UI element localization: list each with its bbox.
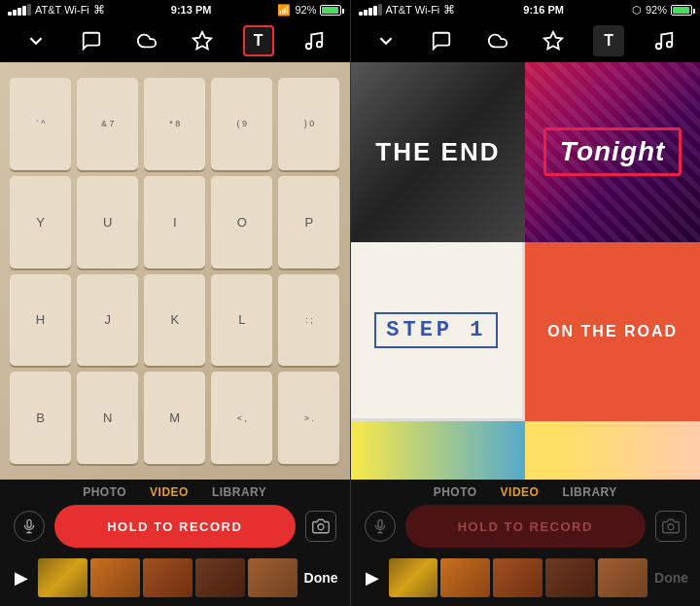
- right-star-icon[interactable]: [538, 25, 569, 56]
- left-tab-video[interactable]: VIDEO: [150, 485, 189, 499]
- left-carrier: AT&T Wi-Fi: [35, 4, 89, 16]
- right-tabs: PHOTO VIDEO LIBRARY: [351, 485, 701, 499]
- right-controls: PHOTO VIDEO LIBRARY HOLD TO RECORD: [351, 480, 701, 606]
- left-wifi-icon: ⌘: [93, 3, 105, 17]
- left-battery-pct: 92%: [295, 4, 316, 16]
- left-battery-bar: [320, 5, 341, 16]
- right-time: 9:16 PM: [523, 4, 564, 16]
- template-road-text: ON THE ROAD: [547, 321, 678, 342]
- right-camera-flip-button[interactable]: [655, 511, 686, 542]
- right-tab-library[interactable]: LIBRARY: [562, 485, 616, 499]
- key-o: O: [211, 176, 272, 268]
- left-thumb-1[interactable]: [38, 558, 88, 597]
- svg-marker-7: [544, 32, 562, 49]
- key-b: B: [10, 372, 71, 464]
- key-m: M: [144, 372, 205, 464]
- svg-rect-3: [27, 519, 31, 527]
- svg-point-2: [317, 42, 323, 47]
- left-status-right: 📶 92%: [277, 4, 341, 17]
- left-chat-icon[interactable]: [76, 25, 107, 56]
- svg-point-13: [668, 524, 674, 530]
- left-time: 9:13 PM: [171, 4, 212, 16]
- key-j: J: [77, 274, 138, 367]
- left-tab-library[interactable]: LIBRARY: [212, 485, 266, 499]
- key-p: P: [278, 176, 339, 268]
- right-wifi-icon: ⌘: [443, 3, 455, 17]
- key-0: ) 0: [278, 78, 339, 170]
- left-mic-button[interactable]: [14, 511, 45, 542]
- template-on-the-road[interactable]: ON THE ROAD: [525, 242, 700, 422]
- right-battery-bar: [671, 5, 692, 16]
- right-panel: AT&T Wi-Fi ⌘ 9:16 PM ⬡ 92% T: [351, 0, 701, 606]
- keyboard-background: ` ^ & 7 * 8 ( 9 ) 0 Y U I O P H J K L : …: [0, 62, 350, 480]
- templates-grid: THE END Tonight STEP 1 ON THE ROAD: [351, 62, 701, 480]
- template-step1-text: STEP 1: [374, 312, 498, 348]
- key-period: > .: [278, 372, 339, 464]
- right-play-button[interactable]: ▶: [359, 564, 386, 591]
- right-music-icon[interactable]: [648, 25, 680, 56]
- right-thumb-2[interactable]: [440, 558, 490, 597]
- template-tonight[interactable]: Tonight: [525, 62, 700, 242]
- left-signal: [8, 4, 31, 16]
- left-thumb-5[interactable]: [248, 558, 298, 597]
- svg-point-8: [656, 44, 662, 50]
- left-chevron-down-icon[interactable]: [20, 25, 52, 56]
- key-semicolon: : ;: [278, 274, 339, 367]
- left-controls: PHOTO VIDEO LIBRARY HOLD TO RECORD: [0, 480, 350, 606]
- left-thumb-4[interactable]: [195, 558, 245, 597]
- template-the-end-text: THE END: [375, 137, 500, 167]
- left-thumb-3[interactable]: [143, 558, 192, 597]
- right-chat-icon[interactable]: [426, 25, 457, 56]
- left-music-icon[interactable]: [298, 25, 330, 56]
- left-bluetooth-icon: 📶: [277, 4, 291, 17]
- template-step1[interactable]: STEP 1: [351, 242, 526, 422]
- left-done-button[interactable]: Done: [300, 570, 342, 586]
- left-tabs: PHOTO VIDEO LIBRARY: [0, 485, 350, 499]
- left-text-icon[interactable]: T: [243, 25, 274, 56]
- right-status-left: AT&T Wi-Fi ⌘: [359, 3, 456, 17]
- right-mic-button[interactable]: [365, 511, 396, 542]
- right-templates-view: THE END Tonight STEP 1 ON THE ROAD: [351, 62, 701, 480]
- right-tab-photo[interactable]: PHOTO: [434, 485, 477, 499]
- template-preview-a[interactable]: [351, 421, 526, 480]
- key-8: * 8: [144, 78, 205, 170]
- right-thumb-4[interactable]: [545, 558, 595, 597]
- left-record-button[interactable]: HOLD TO RECORD: [54, 505, 296, 548]
- right-text-icon[interactable]: T: [593, 25, 624, 56]
- right-toolbar: T: [351, 19, 701, 62]
- right-filmstrip: ▶ Done: [351, 553, 701, 602]
- left-status-bar: AT&T Wi-Fi ⌘ 9:13 PM 📶 92%: [0, 0, 350, 19]
- right-chevron-down-icon[interactable]: [370, 25, 402, 56]
- left-record-row: HOLD TO RECORD: [0, 505, 350, 548]
- right-carrier: AT&T Wi-Fi: [386, 4, 440, 16]
- svg-rect-10: [378, 519, 382, 527]
- key-comma: < ,: [211, 372, 272, 464]
- template-preview-b[interactable]: [525, 421, 700, 480]
- key-y: Y: [10, 176, 71, 268]
- right-record-button[interactable]: HOLD TO RECORD: [405, 505, 647, 548]
- key-9: ( 9: [211, 78, 272, 170]
- left-tab-photo[interactable]: PHOTO: [83, 485, 126, 499]
- right-tab-video[interactable]: VIDEO: [501, 485, 540, 499]
- right-battery-pct: 92%: [646, 4, 667, 16]
- right-thumb-3[interactable]: [493, 558, 542, 597]
- left-filmstrip: ▶ Done: [0, 553, 350, 602]
- left-camera-flip-button[interactable]: [305, 511, 336, 542]
- right-done-button[interactable]: Done: [650, 570, 692, 586]
- right-thumb-1[interactable]: [389, 558, 438, 597]
- template-preview-row: [351, 421, 701, 480]
- left-thumb-2[interactable]: [90, 558, 140, 597]
- key-h: H: [10, 274, 71, 367]
- right-cloud-icon[interactable]: [482, 25, 513, 56]
- left-panel: AT&T Wi-Fi ⌘ 9:13 PM 📶 92% T: [0, 0, 350, 606]
- tonight-badge: Tonight: [543, 127, 682, 176]
- left-play-button[interactable]: ▶: [8, 564, 35, 591]
- key-k: K: [144, 274, 205, 367]
- left-star-icon[interactable]: [187, 25, 218, 56]
- right-thumb-5[interactable]: [598, 558, 648, 597]
- left-status-left: AT&T Wi-Fi ⌘: [8, 3, 105, 17]
- template-the-end[interactable]: THE END: [351, 62, 526, 242]
- key-tilde: ` ^: [10, 78, 71, 170]
- left-cloud-icon[interactable]: [131, 25, 162, 56]
- right-record-row: HOLD TO RECORD: [351, 505, 701, 548]
